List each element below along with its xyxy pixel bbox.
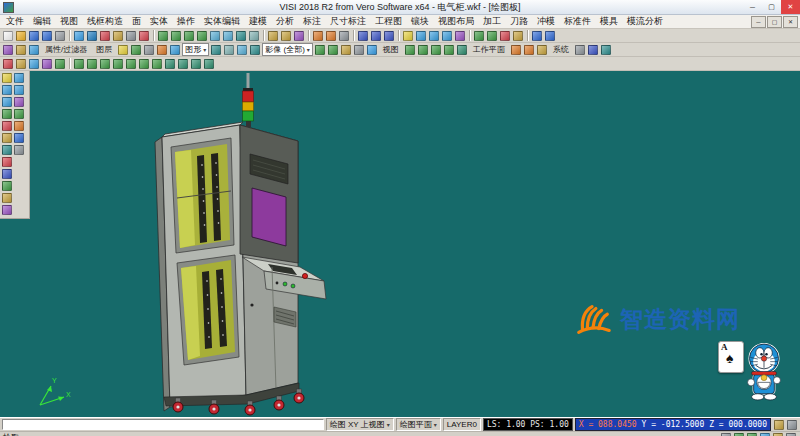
refresh-view-icon[interactable]	[203, 58, 215, 70]
rotate-right-icon[interactable]	[177, 58, 189, 70]
view-group-button[interactable]: 视图	[379, 43, 403, 56]
line-icon[interactable]	[415, 30, 427, 42]
extrude-icon[interactable]	[473, 30, 485, 42]
menu-item[interactable]: 冲模	[533, 15, 559, 28]
menu-item[interactable]: 加工	[479, 15, 505, 28]
view-left-icon[interactable]	[125, 58, 137, 70]
mdi-minimize-button[interactable]: ─	[751, 16, 766, 28]
shell-icon[interactable]	[512, 30, 524, 42]
viewport-3d[interactable]: X Y 智造资料网 A ♠	[0, 71, 800, 417]
select-icon[interactable]	[267, 30, 279, 42]
menu-item[interactable]: 标准件	[560, 15, 595, 28]
trim-icon[interactable]	[1, 120, 13, 132]
zoom-out-icon[interactable]	[170, 30, 182, 42]
menu-item[interactable]: 实体	[146, 15, 172, 28]
select-mode-icon[interactable]	[2, 58, 14, 70]
snap-end-icon[interactable]	[733, 432, 745, 436]
ortho-mode-icon[interactable]	[28, 58, 40, 70]
view-top-icon[interactable]	[417, 44, 429, 56]
view-dynamic-icon[interactable]	[456, 44, 468, 56]
menu-item[interactable]: 线框构造	[83, 15, 127, 28]
view-side-icon[interactable]	[443, 44, 455, 56]
save-all-icon[interactable]	[41, 30, 53, 42]
maximize-button[interactable]: ▢	[762, 0, 781, 14]
measure-icon[interactable]	[1, 168, 13, 180]
render-icon[interactable]	[249, 44, 261, 56]
curve-tool-icon[interactable]	[1, 204, 13, 216]
layer-new-icon[interactable]	[117, 44, 129, 56]
menu-item[interactable]: 操作	[173, 15, 199, 28]
image-solid-icon[interactable]	[327, 44, 339, 56]
chamfer-icon[interactable]	[13, 108, 25, 120]
undo-icon[interactable]	[73, 30, 85, 42]
draw-point-icon[interactable]	[1, 72, 13, 84]
redo-icon[interactable]	[86, 30, 98, 42]
cut-icon[interactable]	[99, 30, 111, 42]
minimize-button[interactable]: ─	[743, 0, 762, 14]
scale-icon[interactable]	[1, 144, 13, 156]
shade-toggle-icon[interactable]	[210, 44, 222, 56]
properties-icon[interactable]	[13, 144, 25, 156]
menu-item[interactable]: 分析	[272, 15, 298, 28]
title-bar[interactable]: VISI 2018 R2 from Vero Software x64 - 电气…	[0, 0, 800, 15]
menu-item[interactable]: 模流分析	[623, 15, 667, 28]
measure-distance-icon[interactable]	[357, 30, 369, 42]
delete-icon[interactable]	[138, 30, 150, 42]
transparency-icon[interactable]	[236, 44, 248, 56]
view-selector[interactable]: 绘图 XY 上视图 ▾	[326, 418, 394, 431]
layer-off-icon[interactable]	[143, 44, 155, 56]
system-macro-icon[interactable]	[587, 44, 599, 56]
close-button[interactable]: ✕	[781, 0, 800, 14]
system-settings-icon[interactable]	[574, 44, 586, 56]
workplane-icon[interactable]	[312, 30, 324, 42]
view-axon-icon[interactable]	[73, 58, 85, 70]
image-surface-icon[interactable]	[340, 44, 352, 56]
grid-icon[interactable]	[338, 30, 350, 42]
wireframe-mode-icon[interactable]	[248, 30, 260, 42]
view-top2-icon[interactable]	[86, 58, 98, 70]
draw-arc-icon[interactable]	[1, 84, 13, 96]
extrude-tool-icon[interactable]	[1, 180, 13, 192]
info-icon[interactable]	[531, 30, 543, 42]
active-layer-indicator[interactable]: LAYER0	[443, 418, 481, 431]
print-icon[interactable]	[54, 30, 66, 42]
linetype-icon[interactable]	[28, 44, 40, 56]
menu-item[interactable]: 标注	[299, 15, 325, 28]
revolve-icon[interactable]	[486, 30, 498, 42]
save-file-icon[interactable]	[28, 30, 40, 42]
command-input[interactable]	[2, 419, 324, 430]
view-right-icon[interactable]	[138, 58, 150, 70]
system-tools-icon[interactable]	[600, 44, 612, 56]
paste-icon[interactable]	[125, 30, 137, 42]
delete-entity-icon[interactable]	[1, 156, 13, 168]
view-iso-icon[interactable]	[404, 44, 416, 56]
lock-icon[interactable]	[786, 419, 798, 431]
image-wire-icon[interactable]	[353, 44, 365, 56]
copy-icon[interactable]	[112, 30, 124, 42]
workplane-group-button[interactable]: 工作平面	[469, 43, 509, 56]
zoom-in-icon[interactable]	[157, 30, 169, 42]
color-swatch-icon[interactable]	[15, 44, 27, 56]
help-icon[interactable]	[544, 30, 556, 42]
rotate-view-icon[interactable]	[222, 30, 234, 42]
menu-item[interactable]: 镶块	[407, 15, 433, 28]
move-icon[interactable]	[1, 132, 13, 144]
menu-item[interactable]: 实体编辑	[200, 15, 244, 28]
draw-spline-icon[interactable]	[13, 96, 25, 108]
layers-panel-button[interactable]: 图层	[92, 43, 116, 56]
view-front-icon[interactable]	[430, 44, 442, 56]
draw-circle-icon[interactable]	[13, 84, 25, 96]
pan-icon[interactable]	[209, 30, 221, 42]
view-bottom-icon[interactable]	[151, 58, 163, 70]
chain-mode-icon[interactable]	[41, 58, 53, 70]
hidden-line-icon[interactable]	[223, 44, 235, 56]
rotate-left-icon[interactable]	[164, 58, 176, 70]
menu-item[interactable]: 工程图	[371, 15, 406, 28]
zoom-extents-icon[interactable]	[190, 58, 202, 70]
workplane-new-icon[interactable]	[523, 44, 535, 56]
menu-item[interactable]: 模具	[596, 15, 622, 28]
sketch-icon[interactable]	[1, 192, 13, 204]
workplane-xy-icon[interactable]	[510, 44, 522, 56]
circle-icon[interactable]	[441, 30, 453, 42]
filter-panel-button[interactable]: 属性/过滤器	[41, 43, 91, 56]
